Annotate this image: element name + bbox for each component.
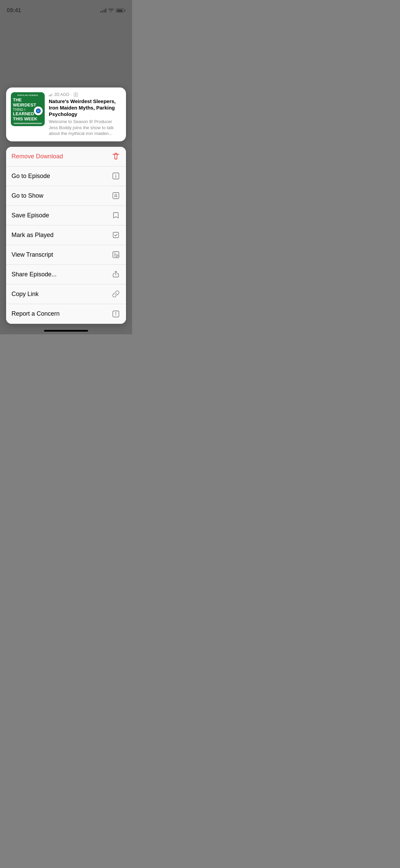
menu-item-view-transcript[interactable]: View Transcript: [6, 245, 126, 265]
artwork-eye-graphic: [34, 106, 43, 115]
menu-item-share-episode[interactable]: Share Episode...: [6, 265, 126, 284]
menu-item-go-to-episode[interactable]: Go to Episode: [6, 166, 126, 186]
episode-meta: 2D AGO · E: [49, 92, 121, 97]
episode-title: Nature's Weirdest Sleepers, Iron Maiden …: [49, 98, 121, 117]
menu-item-save-episode[interactable]: Save Episode: [6, 206, 126, 225]
info-icon: [111, 171, 121, 181]
context-menu: Remove Download Go to Episode Go to Show: [6, 147, 126, 324]
bookmark-icon: [111, 211, 121, 220]
menu-item-mark-as-played[interactable]: Mark as Played: [6, 225, 126, 245]
menu-label-view-transcript: View Transcript: [12, 251, 53, 258]
episode-explicit: E: [74, 93, 78, 97]
episode-age: 2D AGO: [54, 92, 69, 97]
svg-point-3: [115, 194, 117, 196]
transcript-icon: [111, 250, 121, 259]
episode-artwork: POPULAR SCIENCE THE WEIRDEST THING I LEA…: [11, 92, 45, 126]
menu-item-report-concern[interactable]: Report a Concern: [6, 304, 126, 324]
podcast-icon: [111, 191, 121, 200]
artwork-progress-bar: [14, 123, 42, 124]
svg-rect-2: [113, 193, 119, 199]
menu-label-copy-link: Copy Link: [12, 291, 39, 298]
menu-label-go-to-show: Go to Show: [12, 192, 43, 199]
episode-description: Welcome to Season 8! Producer Jess Boddy…: [49, 119, 121, 137]
menu-label-mark-as-played: Mark as Played: [12, 232, 54, 239]
menu-label-go-to-episode: Go to Episode: [12, 173, 50, 180]
link-icon: [111, 289, 121, 299]
report-icon: [111, 309, 121, 319]
episode-info: 2D AGO · E Nature's Weirdest Sleepers, I…: [49, 92, 121, 137]
share-icon: [111, 270, 121, 279]
home-bar: [44, 330, 88, 332]
meta-signal-icon: [49, 93, 52, 96]
artwork-publisher: POPULAR SCIENCE: [13, 94, 43, 97]
svg-point-1: [115, 175, 116, 175]
menu-label-save-episode: Save Episode: [12, 212, 49, 219]
menu-item-go-to-show[interactable]: Go to Show: [6, 186, 126, 206]
menu-item-copy-link[interactable]: Copy Link: [6, 284, 126, 304]
home-indicator: [0, 324, 132, 334]
menu-label-share-episode: Share Episode...: [12, 271, 57, 278]
svg-rect-4: [113, 232, 119, 238]
episode-card: POPULAR SCIENCE THE WEIRDEST THING I LEA…: [6, 87, 126, 141]
svg-point-8: [115, 315, 116, 316]
check-square-icon: [111, 230, 121, 240]
trash-icon: [111, 152, 121, 161]
menu-label-report-concern: Report a Concern: [12, 310, 60, 317]
menu-item-remove-download[interactable]: Remove Download: [6, 147, 126, 166]
menu-label-remove-download: Remove Download: [12, 153, 63, 160]
